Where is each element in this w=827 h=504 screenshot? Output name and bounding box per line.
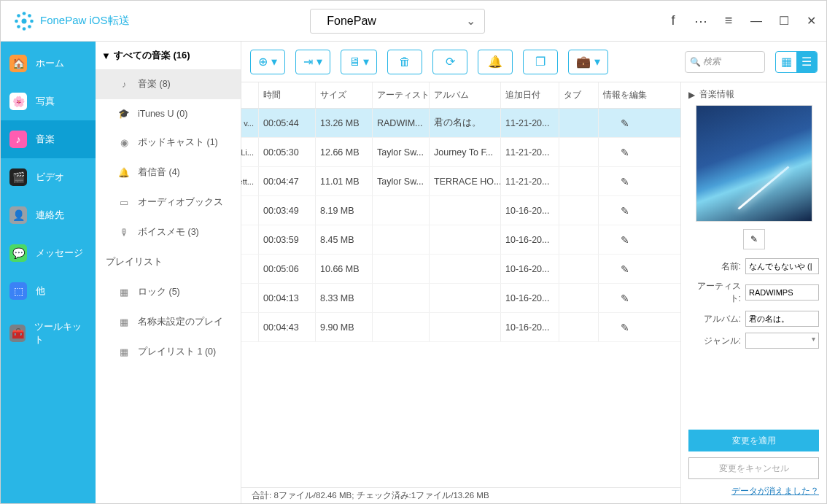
table-row[interactable]: 00:05:0610.66 MB10-16-20...✎ (241, 255, 680, 284)
add-button[interactable]: ⊕ ▾ (250, 50, 285, 74)
sidebar-item-video[interactable]: 🎬ビデオ (1, 158, 96, 196)
cell-size: 13.26 MB (316, 109, 373, 137)
table-row[interactable]: 00:03:598.45 MB10-16-20...✎ (241, 225, 680, 255)
row-name-fragment (241, 196, 259, 225)
playlist-item[interactable]: ▦名称未設定のプレイ (96, 307, 241, 337)
tree-node-itunesu[interactable]: 🎓iTunes U (0) (96, 99, 241, 128)
export-to-pc-button[interactable]: 🖥 ▾ (341, 50, 377, 74)
maximize-button[interactable]: ☐ (777, 14, 791, 28)
sidebar-item-other[interactable]: ⬚他 (1, 272, 96, 310)
table-row[interactable]: (Li...00:05:3012.66 MBTaylor Sw...Journe… (241, 138, 680, 167)
row-name-fragment (241, 255, 259, 283)
title-actions: f ⋯ ≡ — ☐ ✕ (666, 14, 819, 28)
tree-node-music[interactable]: ♪音楽 (8) (96, 69, 241, 99)
cancel-button[interactable]: 変更をキャンセル (688, 457, 819, 479)
menu-icon[interactable]: ≡ (721, 14, 736, 28)
sidebar-item-messages[interactable]: 💬メッセージ (1, 234, 96, 272)
sidebar-item-home[interactable]: 🏠ホーム (1, 44, 96, 82)
col-checkbox[interactable] (241, 82, 259, 108)
table-header: 時間 サイズ アーティスト アルバム 追加日付 タブ 情報を編集 (241, 82, 680, 109)
edit-cover-button[interactable]: ✎ (743, 229, 765, 249)
track-table: 時間 サイズ アーティスト アルバム 追加日付 タブ 情報を編集 ie v...… (241, 82, 680, 503)
genre-label: ジャンル: (688, 335, 741, 347)
playlist-item[interactable]: ▦ロック (5) (96, 277, 241, 307)
artist-field[interactable]: RADWIMPS (745, 284, 819, 301)
col-tag[interactable]: タブ (559, 82, 599, 108)
col-size[interactable]: サイズ (316, 82, 373, 108)
pencil-icon: ✎ (621, 292, 629, 304)
row-name-fragment: (Li... (241, 138, 259, 166)
search-input[interactable]: 🔍 検索 (685, 51, 765, 73)
edit-row-button[interactable]: ✎ (599, 196, 651, 225)
book-icon: ▭ (117, 197, 131, 208)
col-album[interactable]: アルバム (430, 82, 501, 108)
dedupe-button[interactable]: ❐ (523, 50, 558, 74)
list-view-icon[interactable]: ☰ (796, 52, 817, 72)
cell-date: 11-21-20... (501, 138, 559, 166)
tree-node-audiobook[interactable]: ▭オーディオブックス (96, 187, 241, 217)
table-row[interactable]: 00:04:138.33 MB10-16-20...✎ (241, 284, 680, 313)
cell-date: 10-16-20... (501, 284, 559, 312)
ringtone-button[interactable]: 🔔 (478, 50, 513, 74)
edit-row-button[interactable]: ✎ (599, 138, 651, 166)
podcast-icon: ◉ (117, 137, 131, 148)
cell-album (430, 284, 501, 312)
minimize-button[interactable]: — (749, 14, 764, 28)
album-field[interactable]: 君の名は。 (745, 311, 819, 327)
sidebar-item-label: ビデオ (36, 171, 64, 184)
cell-date: 11-21-20... (501, 167, 559, 195)
edit-row-button[interactable]: ✎ (599, 167, 651, 195)
edit-row-button[interactable]: ✎ (599, 255, 651, 283)
row-name-fragment (241, 313, 259, 341)
cell-date: 10-16-20... (501, 196, 559, 225)
cell-album (430, 313, 501, 341)
close-button[interactable]: ✕ (804, 14, 819, 28)
grid-view-icon[interactable]: ▦ (776, 52, 796, 72)
sidebar-item-photos[interactable]: 🌸写真 (1, 82, 96, 120)
col-artist[interactable]: アーティスト (373, 82, 430, 108)
delete-button[interactable]: 🗑 (387, 50, 422, 74)
playlist-item[interactable]: ▦プレイリスト 1 (0) (96, 337, 241, 367)
app-logo-icon (14, 11, 34, 31)
feedback-icon[interactable]: ⋯ (694, 14, 708, 28)
genre-select[interactable] (745, 333, 819, 349)
tree-node-voicememo[interactable]: 🎙ボイスメモ (3) (96, 217, 241, 247)
table-row[interactable]: 00:03:498.19 MB10-16-20...✎ (241, 196, 680, 225)
edit-row-button[interactable]: ✎ (599, 225, 651, 254)
cell-artist (373, 313, 430, 341)
col-edit[interactable]: 情報を編集 (599, 82, 651, 108)
table-row[interactable]: ie v...00:05:4413.26 MBRADWIM...君の名は。11-… (241, 109, 680, 138)
cell-time: 00:05:30 (259, 138, 316, 166)
tree-node-ringtone[interactable]: 🔔着信音 (4) (96, 158, 241, 187)
sidebar-item-music[interactable]: ♪音楽 (1, 120, 96, 158)
cell-artist: Taylor Sw... (373, 167, 430, 195)
device-selector[interactable]: FonePaw ⌄ (310, 9, 485, 34)
export-to-device-button[interactable]: ⇥ ▾ (295, 50, 330, 74)
data-lost-link[interactable]: データが消えました？ (731, 486, 819, 496)
cell-artist (373, 225, 430, 254)
album-cover[interactable] (696, 105, 812, 222)
col-time[interactable]: 時間 (259, 82, 316, 108)
playlist-icon: ▦ (117, 287, 131, 298)
sidebar-item-toolkit[interactable]: 🧰ツールキット (1, 310, 96, 357)
table-row[interactable]: 00:04:439.90 MB10-16-20...✎ (241, 313, 680, 342)
tree-node-podcast[interactable]: ◉ポッドキャスト (1) (96, 128, 241, 158)
cell-artist (373, 284, 430, 312)
facebook-icon[interactable]: f (666, 14, 680, 28)
cell-size: 8.33 MB (316, 284, 373, 312)
sidebar-item-contacts[interactable]: 👤連絡先 (1, 196, 96, 234)
name-field[interactable]: なんでもないや (| (745, 258, 819, 274)
edit-row-button[interactable]: ✎ (599, 313, 651, 341)
svg-point-2 (23, 27, 26, 31)
edit-row-button[interactable]: ✎ (599, 109, 651, 137)
table-row[interactable]: Sett...00:04:4711.01 MBTaylor Sw...TERRA… (241, 167, 680, 196)
apply-button[interactable]: 変更を適用 (688, 430, 819, 451)
tree-header[interactable]: ▼すべての音楽 (16) (96, 42, 241, 69)
cell-time: 00:04:13 (259, 284, 316, 312)
edit-row-button[interactable]: ✎ (599, 284, 651, 312)
toolbox-button[interactable]: 💼 ▾ (568, 50, 607, 74)
cell-size: 8.45 MB (316, 225, 373, 254)
view-toggle[interactable]: ▦ ☰ (775, 51, 818, 73)
refresh-button[interactable]: ⟳ (432, 50, 467, 74)
col-date[interactable]: 追加日付 (501, 82, 559, 108)
